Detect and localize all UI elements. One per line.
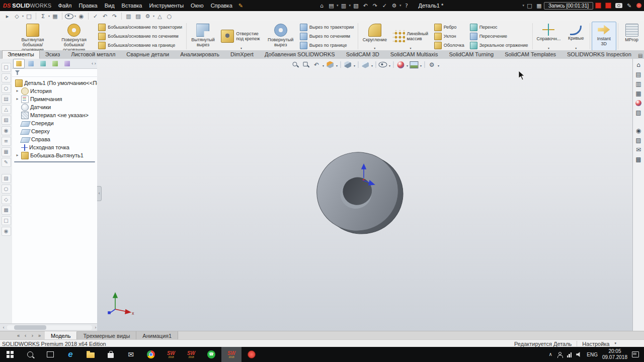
help-icon[interactable] xyxy=(401,1,411,10)
tab-evaluate[interactable]: Анализировать xyxy=(175,50,225,59)
sketch-caret-icon[interactable] xyxy=(22,15,24,18)
fillet-button[interactable]: Скругление xyxy=(360,22,389,51)
visibility-caret-icon[interactable] xyxy=(74,15,76,18)
record-pause-icon[interactable] xyxy=(605,3,611,9)
left-tool-icon-5[interactable] xyxy=(2,105,11,114)
expand-icon[interactable] xyxy=(15,89,20,93)
dimension-tool-icon[interactable] xyxy=(25,12,33,20)
tree-item-annotations[interactable]: Примечания xyxy=(12,95,97,103)
draft-button[interactable]: Уклон xyxy=(433,32,465,41)
appearance-tool-icon[interactable] xyxy=(77,12,86,20)
taskbar-edge[interactable]: e xyxy=(60,347,80,362)
ribbon-pin-icon[interactable] xyxy=(637,52,644,59)
menu-insert[interactable]: Вставка xyxy=(118,0,146,11)
tab-weldments[interactable]: Сварные детали xyxy=(121,50,175,59)
panel-collapse-handle[interactable] xyxy=(97,186,102,201)
tab-sketch[interactable]: Эскиз xyxy=(40,50,65,59)
linear-pattern-caret-icon[interactable] xyxy=(410,47,412,50)
tab-features[interactable]: Элементы xyxy=(2,50,40,59)
left-tool-icon-9[interactable] xyxy=(2,147,11,156)
edit-appearance-button[interactable] xyxy=(396,60,405,69)
dimxpertmanager-tab[interactable] xyxy=(49,59,61,68)
taskbar-chrome[interactable] xyxy=(141,347,161,362)
taskbar-whatsapp[interactable] xyxy=(201,347,221,362)
taskbar-store[interactable] xyxy=(101,347,121,362)
instant3d-button[interactable]: Instant 3D xyxy=(592,22,616,51)
recorder-screen-icon[interactable] xyxy=(534,1,544,10)
taskbar-solidworks-active[interactable]: SW2018 xyxy=(221,347,242,362)
task-view-button[interactable] xyxy=(40,347,60,362)
previous-view-caret-icon[interactable] xyxy=(323,64,324,67)
featuremanager-tab[interactable] xyxy=(13,59,25,68)
recorder-menu-icon[interactable] xyxy=(522,4,524,8)
taskbar-recorder[interactable] xyxy=(242,347,262,362)
displaymanager-tab[interactable] xyxy=(61,59,73,68)
zoom-fit-button[interactable] xyxy=(291,60,300,69)
boundary-boss-button[interactable]: Бобышка/основание на границе xyxy=(97,41,183,50)
pin-menu-icon[interactable] xyxy=(236,1,246,10)
section-view-button[interactable] xyxy=(326,60,335,69)
redo-tool-icon[interactable] xyxy=(110,12,119,20)
section-view-caret-icon[interactable] xyxy=(336,64,338,67)
mprop-button[interactable]: MProp xyxy=(619,22,644,51)
linear-pattern-button[interactable]: Линейный массив xyxy=(390,22,431,51)
graphics-viewport[interactable]: x xyxy=(97,59,633,331)
zoom-area-button[interactable] xyxy=(301,60,310,69)
view-tool-icon[interactable] xyxy=(165,12,174,20)
design-table-icon[interactable] xyxy=(51,12,59,20)
task-pane-resources-icon[interactable] xyxy=(636,62,640,68)
swept-boss-button[interactable]: Бобышка/основание по траектории xyxy=(97,23,183,32)
scrollbar-track[interactable] xyxy=(7,325,92,330)
curves-caret-icon[interactable] xyxy=(575,47,577,50)
tab-solidcam-multiaxis[interactable]: SolidCAM Multiaxis xyxy=(385,50,444,59)
menu-edit[interactable]: Правка xyxy=(75,0,101,11)
left-tool-icon-1[interactable] xyxy=(2,63,11,72)
taskbar-solidworks-1[interactable]: SW2018 xyxy=(161,347,181,362)
tree-item-material[interactable]: Материал <не указан> xyxy=(12,111,97,119)
select-tool-icon[interactable] xyxy=(3,12,12,20)
tree-horizontal-scrollbar[interactable] xyxy=(0,323,100,331)
task-pane-extra-icon-1[interactable] xyxy=(636,128,641,134)
tree-item-history[interactable]: История xyxy=(12,87,97,95)
tab-solidcam-turning[interactable]: SolidCAM Turning xyxy=(443,50,499,59)
hide-show-items-button[interactable] xyxy=(378,60,387,69)
visibility-icon[interactable] xyxy=(65,12,73,20)
menu-file[interactable]: Файл xyxy=(54,0,75,11)
task-pane-extra-icon-2[interactable] xyxy=(635,137,641,143)
tab-motion-study[interactable]: Анимация1 xyxy=(136,331,178,340)
task-pane-extra-icon-4[interactable] xyxy=(635,156,641,162)
tree-root-part[interactable]: Деталь1 (По умолчанию<<По xyxy=(12,79,97,87)
taskbar-mail[interactable] xyxy=(121,347,141,362)
edit-appearance-caret-icon[interactable] xyxy=(407,64,408,67)
left-tool-icon-14[interactable] xyxy=(2,206,11,215)
intersect-button[interactable]: Пересечение xyxy=(469,32,529,41)
left-tool-icon-12[interactable] xyxy=(2,185,11,194)
sketch-tool-icon[interactable] xyxy=(13,12,21,20)
apply-scene-caret-icon[interactable] xyxy=(420,64,422,67)
left-tool-icon-3[interactable] xyxy=(2,84,11,93)
mass-properties-icon[interactable] xyxy=(134,12,142,20)
left-tool-icon-8[interactable] xyxy=(2,137,11,146)
tree-item-sensors[interactable]: Датчики xyxy=(12,103,97,111)
tab-addins[interactable]: Добавления SOLIDWORKS xyxy=(259,50,341,59)
tab-scroll-first-icon[interactable] xyxy=(15,333,22,338)
lofted-cut-button[interactable]: Вырез по сечениям xyxy=(299,32,355,41)
hide-show-caret-icon[interactable] xyxy=(389,64,390,67)
rebuild-icon[interactable] xyxy=(380,1,389,10)
hole-wizard-caret-icon[interactable] xyxy=(240,47,242,50)
measure-tool-icon[interactable] xyxy=(124,12,133,20)
menu-view[interactable]: Вид xyxy=(101,0,118,11)
tree-item-right-plane[interactable]: Справа xyxy=(12,135,97,143)
undo-tool-icon[interactable] xyxy=(101,12,109,20)
left-tool-icon-11[interactable] xyxy=(2,174,11,183)
redo-icon[interactable] xyxy=(370,1,380,10)
rib-button[interactable]: Ребро xyxy=(433,23,465,32)
panel-tabs-next-icon[interactable] xyxy=(94,61,96,66)
language-indicator[interactable]: ENG xyxy=(587,352,598,357)
task-pane-extra-icon-3[interactable] xyxy=(636,147,641,153)
custom-toolbar-caret-icon[interactable] xyxy=(614,342,616,345)
left-tool-icon-15[interactable] xyxy=(2,216,11,225)
task-pane-appearances-icon[interactable] xyxy=(635,100,641,106)
fillet-caret-icon[interactable] xyxy=(374,47,375,50)
save-caret-icon[interactable] xyxy=(349,4,351,8)
